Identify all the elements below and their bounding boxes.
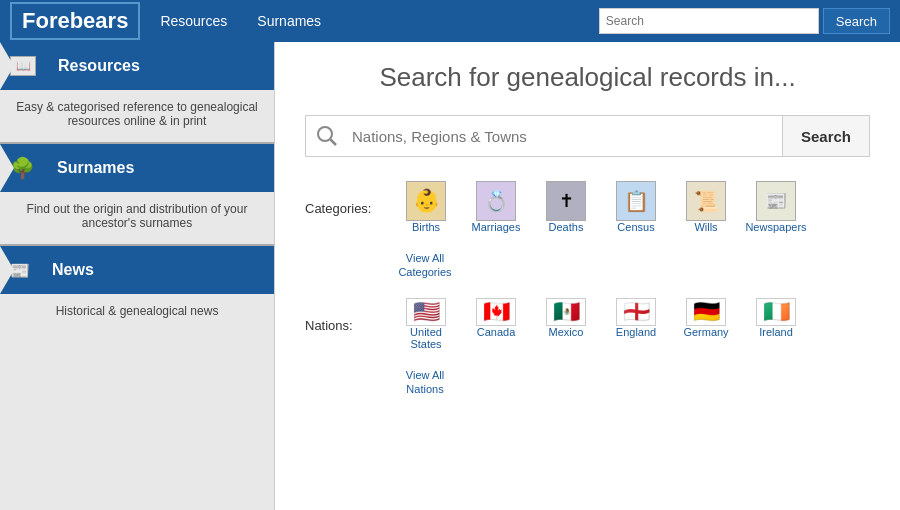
- view-all-categories-link[interactable]: View All Categories: [395, 241, 455, 280]
- sidebar-section-surnames: 🌳 Surnames Find out the origin and distr…: [0, 144, 274, 244]
- header: Forebears Resources Surnames Search: [0, 0, 900, 42]
- deaths-label: Deaths: [549, 221, 584, 233]
- surnames-icon: 🌳: [10, 156, 35, 180]
- header-search-input[interactable]: [599, 8, 819, 34]
- sidebar-section-resources: 📖 Resources Easy & categorised reference…: [0, 42, 274, 142]
- nations-label: Nations:: [305, 298, 395, 333]
- sidebar-news-label: News: [52, 261, 94, 279]
- sidebar: 📖 Resources Easy & categorised reference…: [0, 42, 275, 510]
- category-births[interactable]: 👶 Births: [395, 181, 457, 233]
- canada-label: Canada: [477, 326, 516, 338]
- main-search-button[interactable]: Search: [782, 116, 869, 156]
- nations-row: Nations: 🇺🇸 United States 🇨🇦 Canada 🇲🇽 M…: [305, 298, 870, 397]
- news-icon: 📰: [10, 261, 30, 280]
- nation-ireland[interactable]: 🇮🇪 Ireland: [745, 298, 807, 338]
- sidebar-surnames-desc: Find out the origin and distribution of …: [0, 192, 274, 244]
- main-layout: 📖 Resources Easy & categorised reference…: [0, 42, 900, 510]
- view-all-nations-link[interactable]: View All Nations: [395, 358, 455, 397]
- sidebar-surnames-button[interactable]: 🌳 Surnames: [0, 144, 274, 192]
- main-search-section: Search: [305, 115, 870, 157]
- main-search-input[interactable]: [348, 120, 782, 153]
- categories-label: Categories:: [305, 181, 395, 216]
- logo[interactable]: Forebears: [10, 2, 140, 40]
- wills-label: Wills: [694, 221, 717, 233]
- nations-list: 🇺🇸 United States 🇨🇦 Canada 🇲🇽 Mexico 🏴󠁧󠁢…: [395, 298, 870, 397]
- births-label: Births: [412, 221, 440, 233]
- marriages-icon: 💍: [476, 181, 516, 221]
- sidebar-news-button[interactable]: 📰 News: [0, 246, 274, 294]
- nav: Resources Surnames: [160, 13, 598, 29]
- category-newspapers[interactable]: 📰 Newspapers: [745, 181, 807, 233]
- category-deaths[interactable]: ✝ Deaths: [535, 181, 597, 233]
- sidebar-surnames-label: Surnames: [57, 159, 134, 177]
- nav-resources[interactable]: Resources: [160, 13, 227, 29]
- sidebar-news-desc: Historical & genealogical news: [0, 294, 274, 332]
- resources-icon: 📖: [10, 56, 36, 76]
- census-label: Census: [617, 221, 654, 233]
- germany-label: Germany: [683, 326, 728, 338]
- nation-england[interactable]: 🏴󠁧󠁢󠁥󠁮󠁧󠁿 England: [605, 298, 667, 338]
- search-icon: [316, 125, 338, 147]
- newspapers-label: Newspapers: [745, 221, 806, 233]
- canada-flag: 🇨🇦: [476, 298, 516, 326]
- sidebar-resources-desc: Easy & categorised reference to genealog…: [0, 90, 274, 142]
- nav-surnames[interactable]: Surnames: [257, 13, 321, 29]
- england-flag: 🏴󠁧󠁢󠁥󠁮󠁧󠁿: [616, 298, 656, 326]
- sidebar-resources-button[interactable]: 📖 Resources: [0, 42, 274, 90]
- sidebar-resources-label: Resources: [58, 57, 140, 75]
- categories-list: 👶 Births 💍 Marriages ✝ Deaths 📋 Census 📜: [395, 181, 870, 280]
- germany-flag: 🇩🇪: [686, 298, 726, 326]
- content-area: Search for genealogical records in... Se…: [275, 42, 900, 510]
- category-wills[interactable]: 📜 Wills: [675, 181, 737, 233]
- newspapers-icon: 📰: [756, 181, 796, 221]
- births-icon: 👶: [406, 181, 446, 221]
- nation-canada[interactable]: 🇨🇦 Canada: [465, 298, 527, 338]
- category-census[interactable]: 📋 Census: [605, 181, 667, 233]
- mexico-label: Mexico: [549, 326, 584, 338]
- nation-germany[interactable]: 🇩🇪 Germany: [675, 298, 737, 338]
- nation-united-states[interactable]: 🇺🇸 United States: [395, 298, 457, 350]
- mexico-flag: 🇲🇽: [546, 298, 586, 326]
- ireland-flag: 🇮🇪: [756, 298, 796, 326]
- us-flag: 🇺🇸: [406, 298, 446, 326]
- england-label: England: [616, 326, 656, 338]
- deaths-icon: ✝: [546, 181, 586, 221]
- wills-icon: 📜: [686, 181, 726, 221]
- nation-mexico[interactable]: 🇲🇽 Mexico: [535, 298, 597, 338]
- search-icon-wrap: [306, 117, 348, 155]
- marriages-label: Marriages: [472, 221, 521, 233]
- census-icon: 📋: [616, 181, 656, 221]
- ireland-label: Ireland: [759, 326, 793, 338]
- page-title: Search for genealogical records in...: [305, 62, 870, 93]
- header-search-button[interactable]: Search: [823, 8, 890, 34]
- category-marriages[interactable]: 💍 Marriages: [465, 181, 527, 233]
- us-label: United States: [395, 326, 457, 350]
- sidebar-section-news: 📰 News Historical & genealogical news: [0, 246, 274, 332]
- svg-point-0: [318, 127, 332, 141]
- categories-row: Categories: 👶 Births 💍 Marriages ✝ Death…: [305, 181, 870, 280]
- header-search-bar: Search: [599, 8, 890, 34]
- svg-line-1: [331, 140, 337, 146]
